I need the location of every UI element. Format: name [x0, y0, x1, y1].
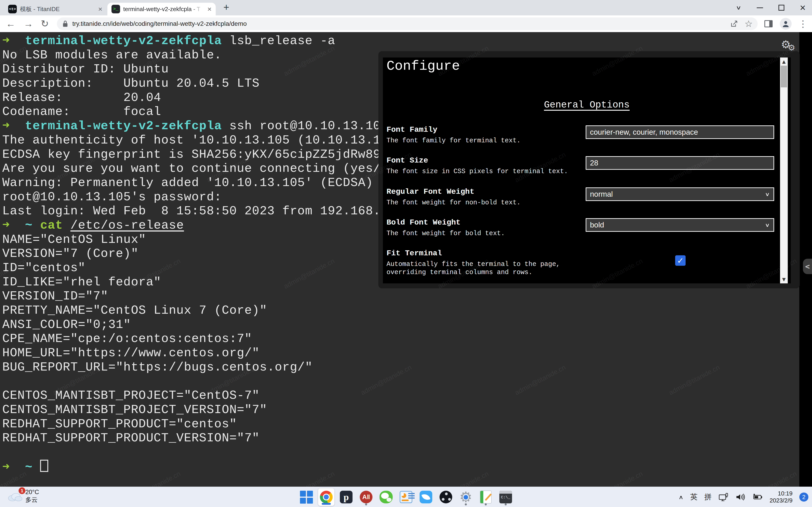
terminal-line: ➜ terminal-wetty-v2-zekfcpla ssh root@10… [2, 119, 380, 133]
tab-title: terminal-wetty-v2-zekfcpla - T [123, 6, 205, 13]
system-tray: ∧ 英 拼 10:19 2023/2/9 [678, 487, 808, 507]
tab-titanide[interactable]: <t> 模板 - TitanIDE × [4, 3, 106, 15]
browser-toolbar: ← → ↻ try.titanide.cn/ide/web/coding/ter… [0, 15, 812, 32]
option-fit-terminal: Fit Terminal Automatically fits the term… [387, 249, 581, 277]
scrollbar-thumb[interactable] [781, 66, 787, 88]
taskbar-obs[interactable] [438, 488, 454, 506]
bookmark-star-icon[interactable]: ☆ [745, 19, 753, 28]
display-cast-icon[interactable] [718, 493, 728, 502]
back-button[interactable]: ← [6, 19, 15, 29]
terminal-line: CENTOS_MANTISBT_PROJECT="CentOS-7" [2, 389, 380, 403]
tab-close-icon[interactable]: × [98, 5, 102, 13]
taskbar-apps: p A‖ ⚙ [298, 487, 514, 507]
browser-tabbar: <t> 模板 - TitanIDE × >_ terminal-wetty-v2… [0, 0, 812, 15]
watermark: admin@titanide.cn [514, 363, 567, 397]
dialog-scrollbar[interactable]: ▲ ▼ [780, 57, 788, 283]
dingtalk-icon [420, 491, 432, 503]
dashboard-app-icon [400, 491, 412, 503]
scroll-up-icon[interactable]: ▲ [780, 59, 788, 64]
tab-title: 模板 - TitanIDE [20, 5, 96, 13]
taskbar-terminal[interactable]: C:\_ [498, 488, 514, 506]
terminal-line: Last login: Wed Feb 8 15:58:50 2023 from… [2, 204, 380, 218]
taskbar-docs-app[interactable] [398, 488, 414, 506]
side-panel-icon[interactable] [764, 20, 773, 27]
terminal-line: CPE_NAME="cpe:/o:centos:centos:7" [2, 332, 380, 346]
terminal-line: Warning: Permanently added '10.10.13.105… [2, 176, 380, 190]
taskbar-notepad[interactable] [477, 488, 494, 506]
terminal-line: The authenticity of host '10.10.13.105 (… [2, 133, 380, 148]
taskbar-red-app[interactable]: A‖ [358, 488, 374, 506]
minimize-button[interactable] [757, 7, 763, 8]
font-family-input[interactable]: courier-new, courier, monospace [586, 125, 774, 139]
settings-gears-icon[interactable]: ⚙⚙ [781, 38, 798, 51]
terminal-line: VERSION_ID="7" [2, 289, 380, 303]
configure-dialog: Configure General Options Font Family Th… [378, 51, 800, 288]
terminal-line [2, 375, 380, 389]
settings-gear-icon: ⚙ [459, 490, 472, 504]
windows-start-icon [300, 491, 313, 504]
taskbar-clock[interactable]: 10:19 2023/2/9 [770, 490, 793, 504]
chevron-down-icon: ∨ [765, 191, 770, 197]
watermark: admin@titanide.cn [668, 363, 721, 397]
close-window-button[interactable]: × [800, 3, 806, 13]
taskbar-wechat[interactable] [378, 488, 394, 506]
battery-charging-icon[interactable] [752, 493, 763, 502]
speaker-icon[interactable] [735, 493, 745, 502]
taskbar-settings[interactable]: ⚙ [458, 488, 474, 506]
tab-terminal-wetty[interactable]: >_ terminal-wetty-v2-zekfcpla - T × [107, 3, 216, 15]
bold-font-weight-select[interactable]: bold ∨ [586, 218, 774, 232]
option-bold-font-weight: Bold Font Weight The font weight for bol… [387, 218, 581, 238]
terminal-line [2, 445, 380, 460]
terminal-line: NAME="CentOS Linux" [2, 233, 380, 247]
new-tab-button[interactable]: + [223, 2, 229, 12]
terminal-line: ID="centos" [2, 261, 380, 275]
running-dot [465, 503, 467, 505]
terminal-screen[interactable]: ➜ terminal-wetty-v2-zekfcpla lsb_release… [2, 34, 380, 474]
notification-badge[interactable]: 2 [799, 493, 808, 502]
scroll-down-icon[interactable]: ▼ [780, 277, 788, 282]
terminal-line: CENTOS_MANTISBT_PROJECT_VERSION="7" [2, 403, 380, 417]
option-font-family: Font Family The font family for terminal… [387, 125, 581, 145]
terminal-line: Codename: focal [2, 105, 380, 119]
taskbar-dingtalk[interactable] [418, 488, 434, 506]
titanide-favicon-icon: <t> [8, 5, 17, 13]
configure-dialog-body: Configure General Options Font Family Th… [383, 57, 791, 283]
tab-search-icon[interactable]: ∨ [735, 5, 741, 11]
p-app-icon: p [340, 491, 353, 503]
taskbar-p-app[interactable]: p [338, 488, 354, 506]
share-icon[interactable] [730, 20, 738, 28]
taskbar-chrome[interactable] [318, 488, 335, 506]
ime-language[interactable]: 英 [690, 492, 698, 502]
font-size-input[interactable]: 28 [586, 156, 774, 170]
terminal-line: ➜ ~ cat /etc/os-release [2, 218, 380, 233]
side-panel-handle[interactable]: < [803, 259, 812, 274]
weather-widget[interactable]: 1 20°C 多云 [7, 488, 39, 504]
url-text[interactable]: try.titanide.cn/ide/web/coding/terminal-… [72, 20, 724, 27]
tray-chevron-up-icon[interactable]: ∧ [678, 494, 683, 500]
terminal-page: ➜ terminal-wetty-v2-zekfcpla lsb_release… [0, 32, 812, 487]
taskbar: 1 20°C 多云 p A‖ [0, 487, 812, 507]
ime-mode[interactable]: 拼 [704, 492, 712, 502]
red-app-icon: A‖ [360, 491, 372, 503]
terminal-line: VERSION="7 (Core)" [2, 247, 380, 261]
fit-terminal-checkbox[interactable]: ✓ [675, 255, 686, 266]
watermark: admin@titanide.cn [591, 470, 644, 487]
address-bar[interactable]: try.titanide.cn/ide/web/coding/terminal-… [57, 17, 758, 30]
terminal-line: Distributor ID: Ubuntu [2, 62, 380, 76]
profile-avatar[interactable] [780, 18, 792, 30]
forward-button[interactable]: → [23, 19, 33, 29]
reload-button[interactable]: ↻ [41, 19, 49, 29]
maximize-button[interactable] [778, 5, 784, 11]
toolbar-right: ⋮ [764, 18, 812, 30]
running-dot [365, 503, 367, 505]
clock-date: 2023/2/9 [770, 497, 793, 504]
person-icon [782, 20, 790, 27]
browser-menu-icon[interactable]: ⋮ [798, 19, 807, 28]
regular-font-weight-select[interactable]: normal ∨ [586, 187, 774, 201]
taskbar-windows-start[interactable] [298, 488, 314, 506]
watermark: admin@titanide.cn [745, 470, 798, 487]
tab-close-icon[interactable]: × [207, 5, 212, 13]
terminal-favicon-icon: >_ [111, 5, 120, 13]
clock-time: 10:19 [770, 490, 793, 497]
lock-icon [62, 20, 69, 27]
